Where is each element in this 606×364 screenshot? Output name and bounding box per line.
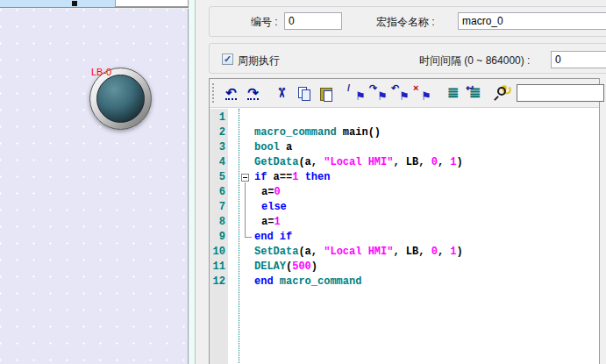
code-line[interactable]: 12end macro_command xyxy=(210,275,599,289)
cut-button[interactable]: ✂ xyxy=(273,83,291,103)
next-arrow-icon: ↷ xyxy=(369,83,377,93)
bookmark-prev-icon: ⚑ xyxy=(399,90,410,102)
code-line[interactable]: 2macro_command main() xyxy=(210,125,599,140)
code-line[interactable]: 9end if xyxy=(210,230,599,245)
bookmark-toggle-icon: ⚑ xyxy=(355,90,366,102)
macro-id-label: 编号 : xyxy=(251,15,278,30)
macro-id-groupbox: 编号 : 宏指令名称 : xyxy=(209,6,606,37)
fold-collapse-marker[interactable] xyxy=(241,174,249,182)
bookmark-toggle-button[interactable]: / ⚑ xyxy=(347,83,366,103)
code-line[interactable]: 10SetData(a, "Local HMI", LB, 0, 1) xyxy=(210,245,599,260)
find-replace-button[interactable]: ↻ xyxy=(493,83,511,103)
bookmark-clear-button[interactable]: × ⚑ xyxy=(413,83,431,103)
code-line[interactable]: 4GetData(a, "Local HMI", LB, 0, 1) xyxy=(210,155,599,170)
comment-block-icon: ≣ xyxy=(447,86,459,100)
macro-name-input[interactable] xyxy=(458,12,606,30)
pen-stroke-icon: / xyxy=(347,83,350,93)
macro-code-editor: ↶ ↷ ✂ / ⚑ xyxy=(209,78,600,364)
redo-icon: ↷ xyxy=(247,87,259,100)
checkmark-icon: ✓ xyxy=(224,54,232,65)
fold-scope-line xyxy=(245,182,246,237)
copy-icon xyxy=(297,87,310,100)
interval-input[interactable] xyxy=(551,51,606,68)
cropped-field-fragment xyxy=(115,0,189,7)
macro-search-input[interactable] xyxy=(517,84,604,102)
design-canvas[interactable]: LB-0 xyxy=(0,9,189,364)
clear-x-icon: × xyxy=(413,83,418,93)
interval-label: 时间间隔 (0 ~ 864000) : xyxy=(419,54,530,68)
copy-button[interactable] xyxy=(295,83,313,103)
redo-button[interactable]: ↷ xyxy=(244,83,262,103)
code-line[interactable]: 1 xyxy=(210,111,599,125)
code-area[interactable]: 12macro_command main()3bool a4GetData(a,… xyxy=(210,109,599,364)
code-line[interactable]: 6a=0 xyxy=(210,185,599,200)
code-line[interactable]: 3bool a xyxy=(210,140,599,155)
fold-scope-end xyxy=(245,237,252,238)
paste-button[interactable] xyxy=(317,83,335,103)
code-line[interactable]: 5if a==1 then xyxy=(210,170,599,185)
macro-name-label: 宏指令名称 : xyxy=(376,15,435,30)
cropped-toolbar-fragment xyxy=(72,1,77,6)
bookmark-next-icon: ⚑ xyxy=(377,90,388,102)
periodic-label: 周期执行 xyxy=(238,54,280,68)
undo-button[interactable]: ↶ xyxy=(222,83,240,103)
periodic-checkbox[interactable]: ✓ xyxy=(222,54,233,65)
design-canvas-pane: LB-0 xyxy=(0,0,189,364)
canvas-top-strip xyxy=(0,0,189,8)
code-lines: 12macro_command main()3bool a4GetData(a,… xyxy=(210,111,599,289)
comment-block-button[interactable]: ≣ xyxy=(444,83,462,103)
cut-icon: ✂ xyxy=(274,88,289,99)
object-address-label: LB-0 xyxy=(91,68,111,77)
macro-editor-dialog: 编号 : 宏指令名称 : ✓ 周期执行 时间间隔 (0 ~ 864000) : … xyxy=(196,0,606,364)
bookmark-clear-icon: ⚑ xyxy=(421,90,431,102)
code-line[interactable]: 8a=1 xyxy=(210,215,599,230)
uncomment-block-button[interactable]: ↩ ≣ xyxy=(466,83,484,103)
toolbar-grip-handle[interactable] xyxy=(212,83,214,103)
macro-id-input[interactable] xyxy=(284,12,342,30)
uncomment-arrow-icon: ↩ xyxy=(466,83,474,93)
code-line[interactable]: 7else xyxy=(210,200,599,215)
bookmark-next-button[interactable]: ↷ ⚑ xyxy=(369,83,388,103)
paste-icon xyxy=(319,87,332,100)
bookmark-prev-button[interactable]: ↶ ⚑ xyxy=(391,83,410,103)
screen: LB-0 编号 : 宏指令名称 : ✓ 周期执行 时间间隔 (0 ~ 86400… xyxy=(0,0,606,364)
prev-arrow-icon: ↶ xyxy=(391,83,399,93)
undo-icon: ↶ xyxy=(225,87,237,100)
magnifier-icon xyxy=(497,87,506,96)
editor-toolbar: ↶ ↷ ✂ / ⚑ xyxy=(210,79,599,108)
pane-divider xyxy=(189,0,196,364)
bit-lamp-face xyxy=(96,75,145,123)
code-line[interactable]: 11DELAY(500) xyxy=(210,260,599,275)
